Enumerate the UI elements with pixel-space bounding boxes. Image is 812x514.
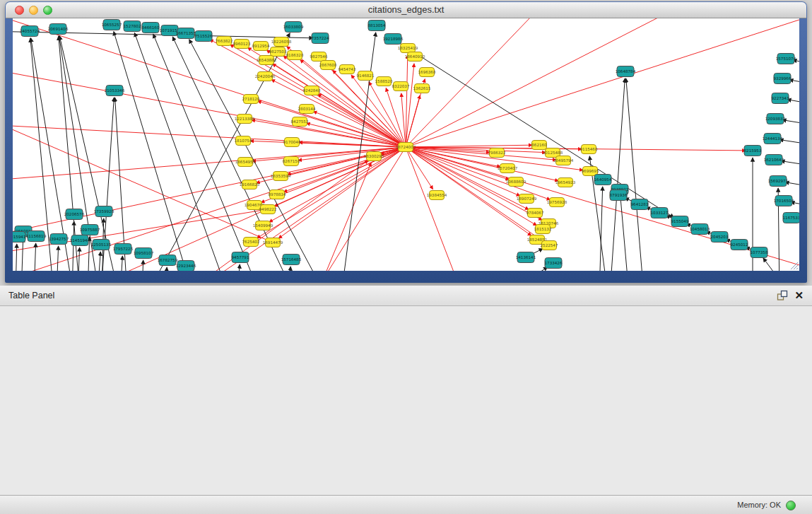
graph-node[interactable]: 8813054 bbox=[368, 21, 386, 31]
window-titlebar[interactable]: citations_edges.txt bbox=[6, 2, 806, 18]
citation-edge[interactable] bbox=[406, 18, 684, 147]
graph-node[interactable]: 9146821 bbox=[357, 71, 375, 81]
close-button[interactable] bbox=[15, 6, 24, 15]
graph-node[interactable]: 9242848 bbox=[303, 86, 321, 95]
graph-node[interactable]: 10958107 bbox=[134, 248, 154, 259]
citation-edge[interactable] bbox=[114, 32, 193, 271]
graph-node[interactable]: 12505135 bbox=[91, 240, 112, 250]
citation-edge[interactable] bbox=[406, 145, 532, 147]
graph-node[interactable]: 10648784 bbox=[616, 66, 636, 77]
citation-edge[interactable] bbox=[72, 221, 74, 271]
citation-edge[interactable] bbox=[16, 244, 17, 271]
graph-node[interactable]: 7357224 bbox=[312, 33, 329, 44]
citation-edge[interactable] bbox=[406, 18, 799, 147]
citation-edge[interactable] bbox=[785, 182, 799, 190]
graph-node[interactable]: 10458013 bbox=[690, 224, 710, 235]
graph-node[interactable]: 15751074 bbox=[776, 54, 796, 64]
citation-edge[interactable] bbox=[406, 147, 551, 200]
graph-node[interactable]: 7663822 bbox=[216, 37, 233, 46]
graph-node[interactable]: 18724007 bbox=[396, 143, 416, 152]
graph-node[interactable]: 7515526 bbox=[195, 31, 213, 42]
graph-node[interactable]: 18226058 bbox=[271, 37, 292, 47]
graph-node[interactable]: 1810754 bbox=[235, 136, 252, 146]
graph-node[interactable]: 1033127 bbox=[651, 208, 669, 218]
graph-node[interactable]: 8186328 bbox=[286, 51, 304, 60]
graph-node[interactable]: 16782759 bbox=[158, 255, 178, 266]
float-panel-icon[interactable] bbox=[777, 290, 788, 301]
graph-node[interactable]: 16033809 bbox=[283, 22, 304, 33]
graph-node[interactable]: 18495794 bbox=[553, 156, 574, 165]
citation-edge[interactable] bbox=[782, 120, 799, 128]
graph-node[interactable]: 19384554 bbox=[427, 191, 447, 200]
graph-node[interactable]: 14136141 bbox=[516, 252, 536, 263]
graph-node[interactable]: 8267150 bbox=[283, 157, 300, 166]
graph-node[interactable]: 16543882 bbox=[257, 56, 276, 65]
graph-node[interactable]: 1167533 bbox=[783, 213, 799, 223]
network-canvas[interactable]: 1872400789601238912954182260589827503818… bbox=[13, 18, 799, 271]
graph-node[interactable]: 11156819 bbox=[26, 231, 47, 242]
graph-node[interactable]: 1696368 bbox=[418, 68, 436, 77]
graph-node[interactable]: 1733426 bbox=[545, 258, 563, 269]
graph-node[interactable]: 18907249 bbox=[517, 194, 537, 204]
graph-node[interactable]: 2867608 bbox=[319, 61, 337, 70]
graph-node[interactable]: 12444134 bbox=[763, 134, 783, 144]
graph-node[interactable]: 8978834 bbox=[269, 190, 286, 199]
citation-edge[interactable] bbox=[763, 258, 790, 271]
citation-edge[interactable] bbox=[610, 78, 625, 271]
graph-node[interactable]: 9827503 bbox=[269, 47, 287, 57]
zoom-button[interactable] bbox=[43, 6, 52, 15]
graph-node[interactable]: 19654923 bbox=[555, 178, 576, 187]
graph-node[interactable]: 16671355 bbox=[176, 28, 196, 39]
graph-node[interactable]: 1640954 bbox=[594, 175, 612, 185]
minimize-button[interactable] bbox=[29, 6, 38, 15]
graph-node[interactable]: 18640910 bbox=[405, 52, 425, 62]
citation-edge[interactable] bbox=[153, 34, 260, 271]
graph-node[interactable]: 19166825 bbox=[240, 180, 260, 189]
graph-node[interactable]: 16210643 bbox=[764, 155, 784, 165]
graph-node[interactable]: 1077358 bbox=[751, 247, 768, 258]
citation-edge[interactable] bbox=[507, 267, 548, 271]
graph-node[interactable]: 17359928 bbox=[94, 206, 114, 217]
graph-node[interactable]: 2045203 bbox=[711, 232, 729, 243]
citation-graph[interactable]: 1872400789601238912954182260589827503818… bbox=[13, 18, 799, 271]
memory-indicator-icon[interactable] bbox=[786, 501, 796, 510]
graph-node[interactable]: 8912954 bbox=[252, 42, 270, 51]
graph-node[interactable]: 9170046 bbox=[283, 138, 301, 147]
graph-node[interactable]: 8427552 bbox=[291, 117, 309, 127]
graph-node[interactable]: 2522547 bbox=[541, 241, 558, 250]
graph-node[interactable]: 9329966 bbox=[774, 74, 792, 84]
graph-node[interactable]: 7986322 bbox=[488, 148, 506, 158]
graph-node[interactable]: 17957225 bbox=[113, 244, 134, 255]
citation-edge[interactable] bbox=[142, 260, 143, 271]
graph-node[interactable]: 15409949 bbox=[253, 221, 273, 230]
graph-node[interactable]: 18654955 bbox=[235, 158, 256, 167]
graph-node[interactable]: 20691406 bbox=[48, 24, 69, 35]
citation-edge[interactable] bbox=[779, 140, 799, 148]
graph-node[interactable]: 7625402 bbox=[242, 238, 260, 247]
graph-node[interactable]: 9227343 bbox=[772, 93, 789, 104]
citation-edge[interactable] bbox=[165, 267, 167, 271]
graph-node[interactable]: 9498222 bbox=[259, 205, 277, 214]
graph-node[interactable]: 1588520 bbox=[375, 77, 393, 86]
graph-node[interactable]: 8960123 bbox=[233, 40, 251, 49]
graph-node[interactable]: 10655257 bbox=[102, 20, 122, 30]
citation-edge[interactable] bbox=[134, 33, 228, 271]
graph-node[interactable]: 12213389 bbox=[235, 115, 255, 124]
graph-node[interactable]: 8466160 bbox=[142, 23, 160, 33]
graph-node[interactable]: 11451944 bbox=[70, 235, 90, 246]
citation-edge[interactable] bbox=[599, 187, 603, 271]
graph-node[interactable]: 21053346 bbox=[105, 86, 125, 96]
graph-node[interactable]: 13942757 bbox=[49, 234, 69, 245]
citation-edge[interactable] bbox=[98, 252, 100, 271]
citation-edge[interactable] bbox=[78, 247, 80, 271]
graph-node[interactable]: 9245012 bbox=[731, 240, 748, 250]
graph-node[interactable]: 9457791 bbox=[232, 252, 249, 263]
graph-node[interactable]: 18325419 bbox=[398, 44, 418, 53]
graph-node[interactable]: 8215953 bbox=[744, 146, 762, 156]
graph-node[interactable]: 1527802 bbox=[124, 21, 141, 32]
close-panel-icon[interactable]: ✕ bbox=[794, 286, 804, 305]
citation-edge[interactable] bbox=[271, 79, 406, 147]
graph-node[interactable]: 15692971 bbox=[768, 176, 789, 187]
citation-edge[interactable] bbox=[781, 161, 799, 169]
citation-edge[interactable] bbox=[406, 18, 550, 147]
